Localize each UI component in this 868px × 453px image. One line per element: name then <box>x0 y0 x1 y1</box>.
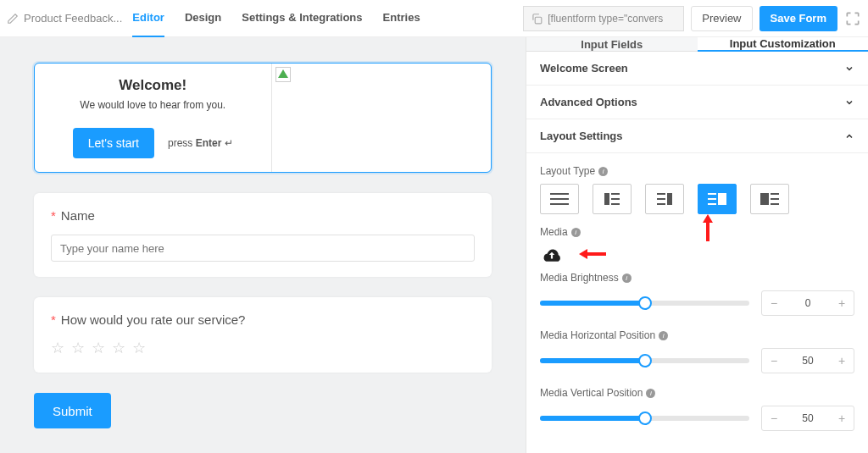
brightness-number: − 0 + <box>761 290 854 316</box>
media-brightness-row: − 0 + <box>540 290 854 316</box>
tab-design[interactable]: Design <box>185 0 221 37</box>
section-layout-label: Layout Settings <box>540 130 623 142</box>
section-layout-settings[interactable]: Layout Settings <box>526 119 868 153</box>
broken-image-icon <box>275 67 291 82</box>
upload-media-icon[interactable] <box>540 245 564 263</box>
shortcode-text: [fluentform type="convers <box>548 13 663 25</box>
name-input[interactable] <box>51 235 475 262</box>
copy-icon <box>531 13 542 25</box>
tab-input-customization[interactable]: Input Customization <box>698 37 869 52</box>
fullscreen-icon[interactable] <box>844 10 861 27</box>
star-icon[interactable]: ☆ <box>112 339 125 357</box>
annotation-arrow-up-icon <box>701 214 715 241</box>
shortcode-field[interactable]: [fluentform type="convers <box>523 6 684 31</box>
decrement-button[interactable]: − <box>762 291 786 315</box>
media-label-text: Media <box>540 226 568 238</box>
annotation-arrow-left-icon <box>579 247 606 261</box>
media-hpos-row: − 50 + <box>540 348 854 373</box>
slider-thumb[interactable] <box>638 354 652 367</box>
name-question-block[interactable]: *Name <box>34 193 492 277</box>
sidebar-tabs: Input Fields Input Customization <box>526 37 868 52</box>
welcome-title: Welcome! <box>43 77 263 94</box>
vpos-slider[interactable] <box>540 416 749 421</box>
tab-entries[interactable]: Entries <box>383 0 420 37</box>
increment-button[interactable]: + <box>830 291 854 315</box>
slider-thumb[interactable] <box>638 412 652 425</box>
welcome-actions: Let's start press Enter ↵ <box>43 128 263 158</box>
tab-input-fields[interactable]: Input Fields <box>526 37 698 52</box>
chevron-up-icon <box>844 131 854 141</box>
form-canvas: Welcome! We would love to hear from you.… <box>0 37 526 453</box>
tab-editor[interactable]: Editor <box>132 0 164 37</box>
section-advanced-label: Advanced Options <box>540 96 637 108</box>
star-icon[interactable]: ☆ <box>92 339 105 357</box>
form-title-text: Product Feedback... <box>24 12 122 25</box>
info-icon[interactable]: i <box>598 167 608 176</box>
main-tabs: Editor Design Settings & Integrations En… <box>132 0 420 37</box>
layout-opt-media-left-inline[interactable] <box>593 184 632 214</box>
topbar-right: [fluentform type="convers Preview Save F… <box>523 6 861 31</box>
info-icon[interactable]: i <box>659 331 668 340</box>
hpos-slider[interactable] <box>540 358 749 363</box>
preview-button[interactable]: Preview <box>691 6 752 31</box>
form-title[interactable]: Product Feedback... <box>7 12 122 25</box>
hint-prefix: press <box>168 137 196 149</box>
rating-question-block[interactable]: *How would you rate our service? ☆ ☆ ☆ ☆… <box>34 297 492 373</box>
brightness-label-text: Media Brightness <box>540 272 619 284</box>
slider-thumb[interactable] <box>638 296 652 310</box>
layout-opt-default[interactable] <box>540 184 579 214</box>
name-label-text: Name <box>61 208 95 223</box>
hpos-value[interactable]: 50 <box>786 355 830 367</box>
press-enter-hint: press Enter ↵ <box>168 137 233 149</box>
star-icon[interactable]: ☆ <box>51 339 64 357</box>
settings-sidebar: Input Fields Input Customization Welcome… <box>526 37 868 453</box>
enter-glyph-icon: ↵ <box>225 137 233 149</box>
layout-panel: Layout Type i Media i <box>526 153 868 453</box>
lets-start-button[interactable]: Let's start <box>73 128 154 158</box>
tab-settings[interactable]: Settings & Integrations <box>242 0 362 37</box>
required-asterisk: * <box>51 208 56 223</box>
brightness-slider[interactable] <box>540 301 749 306</box>
star-rating[interactable]: ☆ ☆ ☆ ☆ ☆ <box>51 339 475 357</box>
vpos-number: − 50 + <box>761 406 854 431</box>
decrement-button[interactable]: − <box>762 406 786 430</box>
hpos-label-text: Media Horizontal Position <box>540 329 655 341</box>
info-icon[interactable]: i <box>571 228 581 237</box>
rating-label: *How would you rate our service? <box>51 312 475 327</box>
info-icon[interactable]: i <box>622 273 632 283</box>
main-area: Welcome! We would love to hear from you.… <box>0 37 868 453</box>
chevron-down-icon <box>844 97 854 108</box>
media-vpos-label: Media Vertical Position i <box>540 387 854 399</box>
layout-type-text: Layout Type <box>540 165 595 177</box>
hint-key: Enter <box>196 137 222 149</box>
svg-rect-0 <box>536 17 542 24</box>
layout-opt-media-right-inline[interactable] <box>645 184 684 214</box>
hpos-number: − 50 + <box>761 348 854 373</box>
decrement-button[interactable]: − <box>762 349 786 373</box>
section-welcome-label: Welcome Screen <box>540 62 628 75</box>
media-vpos-row: − 50 + <box>540 406 854 431</box>
welcome-subtitle: We would love to hear from you. <box>43 99 263 111</box>
layout-opt-media-right-half[interactable] <box>698 184 737 214</box>
welcome-screen-block[interactable]: Welcome! We would love to hear from you.… <box>34 63 492 173</box>
section-welcome-screen[interactable]: Welcome Screen <box>526 52 868 86</box>
vpos-value[interactable]: 50 <box>786 412 830 424</box>
media-label: Media i <box>540 226 854 238</box>
section-advanced-options[interactable]: Advanced Options <box>526 86 868 119</box>
brightness-value[interactable]: 0 <box>786 297 830 309</box>
star-icon[interactable]: ☆ <box>71 339 85 357</box>
name-label: *Name <box>51 208 475 223</box>
save-form-button[interactable]: Save Form <box>760 6 837 31</box>
welcome-left: Welcome! We would love to hear from you.… <box>35 64 271 172</box>
increment-button[interactable]: + <box>830 349 854 373</box>
chevron-down-icon <box>844 64 854 74</box>
increment-button[interactable]: + <box>830 406 854 430</box>
media-brightness-label: Media Brightness i <box>540 272 854 284</box>
layout-type-label: Layout Type i <box>540 165 854 177</box>
submit-button[interactable]: Submit <box>34 393 111 428</box>
layout-type-options <box>540 184 854 214</box>
layout-opt-media-left-half[interactable] <box>750 184 789 214</box>
media-hpos-label: Media Horizontal Position i <box>540 329 854 341</box>
star-icon[interactable]: ☆ <box>132 339 146 357</box>
info-icon[interactable]: i <box>646 389 655 398</box>
